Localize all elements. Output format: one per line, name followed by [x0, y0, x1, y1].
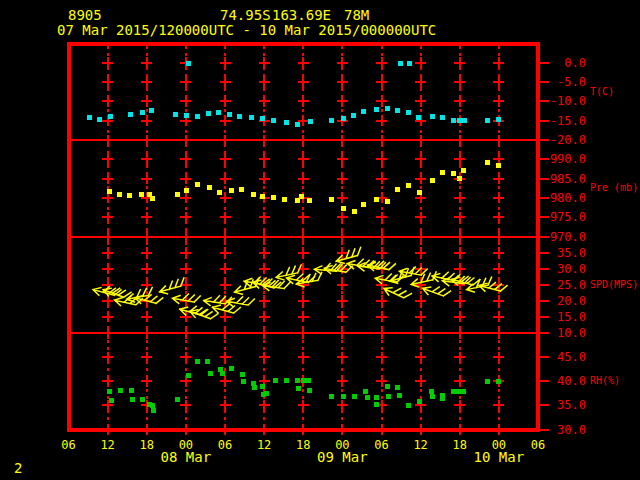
- svg-text:10.0: 10.0: [557, 326, 586, 340]
- svg-text:18: 18: [453, 438, 467, 452]
- svg-text:06: 06: [531, 438, 545, 452]
- svg-text:20.0: 20.0: [557, 294, 586, 308]
- svg-text:08 Mar: 08 Mar: [161, 449, 212, 465]
- svg-text:985.0: 985.0: [550, 172, 586, 186]
- svg-text:Pre (mb): Pre (mb): [590, 182, 638, 193]
- svg-text:SPD(MPS): SPD(MPS): [590, 279, 638, 290]
- svg-text:0.0: 0.0: [564, 56, 586, 70]
- temperature-series: [87, 61, 501, 127]
- svg-text:35.0: 35.0: [557, 398, 586, 412]
- svg-text:12: 12: [413, 438, 427, 452]
- svg-text:990.0: 990.0: [550, 152, 586, 166]
- svg-text:06: 06: [218, 438, 232, 452]
- svg-text:30.0: 30.0: [557, 423, 586, 437]
- svg-text:06: 06: [374, 438, 388, 452]
- svg-text:18: 18: [140, 438, 154, 452]
- x-axis-labels: 0612180006121800061218000608 Mar09 Mar10…: [61, 438, 545, 465]
- plot-screen: 8905 74.95S 163.69E 78M 07 Mar 2015/1200…: [0, 0, 640, 480]
- svg-text:RH(%): RH(%): [590, 375, 620, 386]
- svg-text:12: 12: [100, 438, 114, 452]
- svg-text:980.0: 980.0: [550, 191, 586, 205]
- svg-text:T(C): T(C): [590, 86, 614, 97]
- svg-text:975.0: 975.0: [550, 210, 586, 224]
- grid: [102, 46, 504, 436]
- svg-text:-5.0: -5.0: [557, 75, 586, 89]
- svg-text:09 Mar: 09 Mar: [317, 449, 368, 465]
- svg-text:25.0: 25.0: [557, 278, 586, 292]
- svg-text:35.0: 35.0: [557, 246, 586, 260]
- timeseries-plot: 0.0-5.0-10.0-15.0-20.0T(C)990.0985.0980.…: [0, 0, 640, 480]
- svg-text:45.0: 45.0: [557, 350, 586, 364]
- svg-text:-15.0: -15.0: [550, 114, 586, 128]
- svg-text:-20.0: -20.0: [550, 133, 586, 147]
- svg-text:06: 06: [61, 438, 75, 452]
- wind-speed-series: [92, 247, 507, 324]
- svg-text:40.0: 40.0: [557, 374, 586, 388]
- svg-text:-10.0: -10.0: [550, 94, 586, 108]
- svg-text:12: 12: [257, 438, 271, 452]
- svg-text:18: 18: [296, 438, 310, 452]
- svg-text:15.0: 15.0: [557, 310, 586, 324]
- svg-text:970.0: 970.0: [550, 230, 586, 244]
- svg-text:30.0: 30.0: [557, 262, 586, 276]
- svg-text:10 Mar: 10 Mar: [474, 449, 525, 465]
